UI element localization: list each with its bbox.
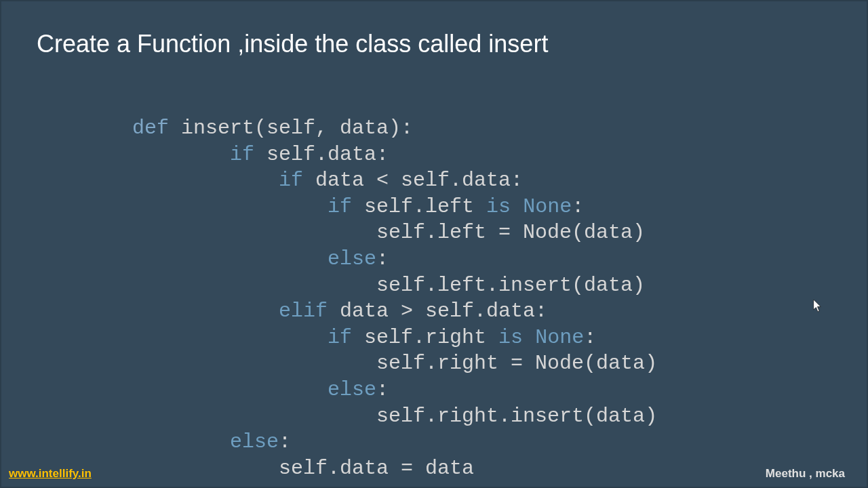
code-text: : — [376, 378, 389, 401]
code-line-10: self.right = Node(data) — [132, 352, 657, 375]
code-line-7: self.left.insert(data) — [132, 274, 645, 297]
code-line-2: if self.data: — [132, 143, 389, 166]
code-text: self.data = data — [279, 457, 474, 480]
indent — [132, 457, 279, 480]
code-text: data > self.data: — [328, 300, 547, 323]
indent — [132, 274, 376, 297]
code-text: self.right.insert(data) — [376, 405, 657, 428]
code-text: : — [279, 430, 291, 453]
indent — [132, 247, 328, 270]
code-text: data < self.data: — [303, 169, 523, 192]
footer-link[interactable]: www.intellify.in — [9, 467, 92, 481]
kw-none: None — [535, 326, 584, 349]
indent — [132, 430, 230, 453]
code-text: self.right — [352, 326, 498, 349]
kw-is: is — [498, 326, 523, 349]
kw-if: if — [230, 143, 254, 166]
code-text: self.left = Node(data) — [376, 221, 645, 244]
code-block: def insert(self, data): if self.data: if… — [132, 115, 657, 481]
kw-none: None — [523, 195, 572, 218]
code-line-3: if data < self.data: — [132, 169, 523, 192]
code-text: insert(self, data): — [169, 117, 413, 140]
code-line-14: self.data = data — [132, 457, 474, 480]
code-line-9: if self.right is None: — [132, 326, 596, 349]
kw-if: if — [328, 195, 352, 218]
indent — [132, 195, 328, 218]
code-text: self.right = Node(data) — [376, 352, 657, 375]
mouse-cursor-icon — [813, 300, 823, 313]
kw-elif: elif — [279, 300, 328, 323]
code-line-12: self.right.insert(data) — [132, 405, 657, 428]
code-text: self.data: — [254, 143, 389, 166]
indent — [132, 169, 279, 192]
slide-title: Create a Function ,inside the class call… — [37, 30, 548, 58]
footer-author: Meethu , mcka — [766, 467, 845, 481]
code-line-6: else: — [132, 247, 389, 270]
indent — [132, 405, 376, 428]
code-line-11: else: — [132, 378, 389, 401]
code-line-8: elif data > self.data: — [132, 300, 547, 323]
code-text: : — [376, 247, 389, 270]
indent — [132, 221, 376, 244]
indent — [132, 378, 328, 401]
code-line-1: def insert(self, data): — [132, 117, 413, 140]
code-text: self.left.insert(data) — [376, 274, 645, 297]
kw-else: else — [230, 430, 279, 453]
code-line-13: else: — [132, 430, 291, 453]
kw-is: is — [486, 195, 511, 218]
indent — [132, 352, 376, 375]
kw-else: else — [328, 247, 376, 270]
code-line-4: if self.left is None: — [132, 195, 584, 218]
indent — [132, 143, 230, 166]
indent — [132, 300, 279, 323]
indent — [132, 326, 328, 349]
code-text: : — [572, 195, 584, 218]
kw-else: else — [328, 378, 376, 401]
kw-if: if — [328, 326, 352, 349]
code-line-5: self.left = Node(data) — [132, 221, 645, 244]
kw-def: def — [132, 117, 169, 140]
code-text: self.left — [352, 195, 486, 218]
kw-if: if — [279, 169, 303, 192]
code-text: : — [584, 326, 596, 349]
